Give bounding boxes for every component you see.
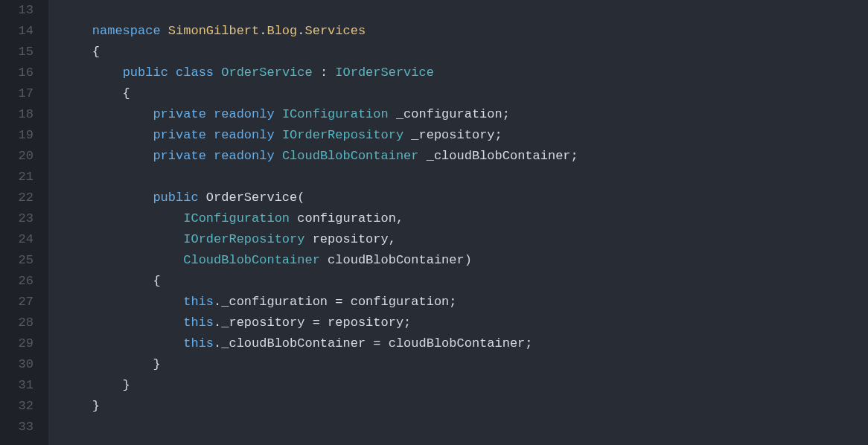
code-token — [62, 336, 183, 350]
code-token: { — [62, 274, 161, 288]
code-token: public — [153, 191, 198, 205]
code-editor[interactable]: 1314151617181920212223242526272829303132… — [0, 0, 868, 445]
code-line[interactable]: private readonly CloudBlobContainer _clo… — [62, 146, 868, 167]
line-number: 13 — [0, 0, 33, 21]
code-token — [168, 65, 176, 80]
code-line[interactable]: { — [62, 271, 868, 292]
code-token — [62, 128, 153, 142]
code-token: this — [183, 295, 214, 309]
code-line[interactable]: } — [62, 396, 868, 417]
code-token: class — [176, 65, 214, 80]
code-line[interactable]: this._configuration = configuration; — [62, 292, 868, 313]
code-token — [206, 128, 214, 142]
code-token: CloudBlobContainer — [183, 253, 320, 267]
code-token: CloudBlobContainer — [282, 149, 419, 163]
code-token — [62, 295, 183, 309]
code-token — [62, 191, 153, 205]
code-line[interactable] — [62, 167, 868, 188]
code-line[interactable]: private readonly IOrderRepository _repos… — [62, 125, 868, 146]
code-line[interactable]: IConfiguration configuration, — [62, 208, 868, 229]
code-token: . — [297, 24, 304, 38]
code-token: SimonGilbert — [168, 24, 259, 38]
code-token — [275, 107, 282, 121]
code-line[interactable]: } — [62, 375, 868, 396]
code-token — [206, 107, 214, 121]
code-token — [62, 24, 92, 38]
code-token: IOrderRepository — [282, 128, 403, 142]
line-number: 18 — [0, 104, 33, 125]
code-token: cloudBlobContainer) — [320, 253, 472, 267]
code-token: Services — [304, 24, 366, 38]
code-token — [62, 211, 183, 225]
line-number: 17 — [0, 83, 33, 104]
code-token: public — [123, 65, 168, 80]
code-token — [62, 149, 153, 163]
code-token: namespace — [92, 24, 161, 38]
code-token: readonly — [214, 107, 275, 121]
code-line[interactable]: private readonly IConfiguration _configu… — [62, 104, 868, 125]
code-token: Blog — [267, 24, 297, 38]
code-token: . — [259, 24, 267, 38]
code-line[interactable]: this._cloudBlobContainer = cloudBlobCont… — [62, 333, 868, 354]
code-token: private — [153, 128, 205, 142]
code-token — [275, 128, 282, 142]
code-token: private — [153, 107, 205, 121]
line-number: 22 — [0, 188, 33, 208]
code-token: readonly — [214, 149, 275, 163]
code-token: IConfiguration — [183, 211, 290, 225]
line-number: 19 — [0, 125, 33, 146]
code-token: _repository; — [403, 128, 502, 142]
code-token: { — [62, 45, 100, 59]
code-token — [62, 65, 123, 80]
code-line[interactable]: { — [62, 42, 868, 63]
code-line[interactable]: IOrderRepository repository, — [62, 229, 868, 250]
code-token: } — [62, 399, 100, 413]
code-line[interactable]: public class OrderService : IOrderServic… — [62, 63, 868, 83]
code-line[interactable]: } — [62, 354, 868, 375]
code-line[interactable]: { — [62, 83, 868, 104]
code-line[interactable]: public OrderService( — [62, 188, 868, 208]
code-token — [275, 149, 282, 163]
code-token: IConfiguration — [282, 107, 389, 121]
code-token: _configuration; — [389, 107, 510, 121]
line-number: 27 — [0, 292, 33, 313]
code-token — [214, 65, 221, 80]
code-token: OrderService — [221, 65, 312, 80]
code-token: OrderService( — [199, 191, 305, 205]
line-number: 30 — [0, 354, 33, 375]
line-number: 15 — [0, 42, 33, 63]
code-token — [62, 232, 183, 246]
code-token: ._cloudBlobContainer = cloudBlobContaine… — [214, 336, 532, 350]
code-token — [206, 149, 214, 163]
code-token: IOrderRepository — [183, 232, 304, 246]
code-token: } — [62, 357, 161, 371]
code-token: { — [62, 86, 130, 100]
line-number: 28 — [0, 313, 33, 333]
line-number: 32 — [0, 396, 33, 417]
code-token: this — [183, 336, 214, 350]
code-line[interactable] — [62, 417, 868, 438]
code-area[interactable]: namespace SimonGilbert.Blog.Services { p… — [48, 0, 868, 445]
code-token: _cloudBlobContainer; — [419, 149, 578, 163]
code-token: this — [183, 316, 214, 330]
code-token: : — [313, 65, 336, 80]
line-number: 26 — [0, 271, 33, 292]
code-token: repository, — [304, 232, 395, 246]
code-line[interactable] — [62, 0, 868, 21]
line-number: 31 — [0, 375, 33, 396]
code-token: private — [153, 149, 205, 163]
line-number: 16 — [0, 63, 33, 83]
code-line[interactable]: CloudBlobContainer cloudBlobContainer) — [62, 250, 868, 271]
code-token: ._configuration = configuration; — [214, 295, 456, 309]
line-number: 33 — [0, 417, 33, 438]
line-number: 20 — [0, 146, 33, 167]
line-number: 29 — [0, 333, 33, 354]
code-line[interactable]: namespace SimonGilbert.Blog.Services — [62, 21, 868, 42]
code-token — [161, 24, 168, 38]
line-number: 14 — [0, 21, 33, 42]
code-token: IOrderService — [335, 65, 434, 80]
code-line[interactable]: this._repository = repository; — [62, 313, 868, 333]
code-token: ._repository = repository; — [214, 316, 411, 330]
line-number: 25 — [0, 250, 33, 271]
line-number: 23 — [0, 208, 33, 229]
